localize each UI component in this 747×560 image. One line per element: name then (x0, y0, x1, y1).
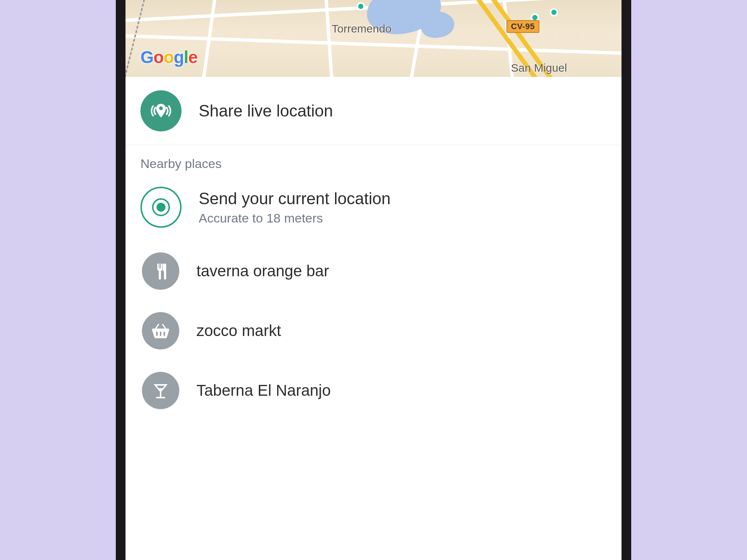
svg-rect-1 (156, 332, 158, 336)
nearby-place-name: zocco markt (196, 321, 609, 340)
send-current-location-title: Send your current location (199, 189, 609, 209)
location-sheet: Share live location Nearby places Send y… (125, 77, 622, 420)
nearby-place-row[interactable]: Taberna El Naranjo (125, 361, 622, 420)
phone-screen: CV-95 Torremendo San Miguel Google (125, 0, 622, 560)
map-preview[interactable]: CV-95 Torremendo San Miguel Google (125, 0, 622, 77)
phone-frame: CV-95 Torremendo San Miguel Google (116, 0, 631, 560)
map-poi-dot (357, 2, 365, 10)
bar-cocktail-icon (142, 372, 179, 409)
road-shield-label: CV-95 (506, 20, 539, 33)
live-location-icon (140, 90, 182, 131)
current-location-icon (140, 187, 182, 228)
svg-point-0 (159, 106, 163, 110)
nearby-places-header: Nearby places (125, 145, 622, 173)
nearby-place-row[interactable]: zocco markt (125, 301, 622, 361)
send-current-location-subtitle: Accurate to 18 meters (199, 211, 609, 225)
restaurant-icon (142, 252, 179, 290)
share-live-location-label: Share live location (199, 101, 609, 121)
nearby-place-name: Taberna El Naranjo (196, 381, 609, 400)
map-place-label: San Miguel (511, 62, 567, 74)
svg-rect-2 (160, 332, 161, 336)
share-live-location-row[interactable]: Share live location (125, 77, 622, 145)
shopping-basket-icon (142, 312, 179, 349)
map-poi-dot (550, 8, 558, 16)
map-place-label: Torremendo (332, 22, 391, 35)
send-current-location-row[interactable]: Send your current location Accurate to 1… (125, 173, 622, 241)
nearby-place-row[interactable]: taverna orange bar (125, 241, 622, 301)
svg-rect-3 (164, 332, 165, 336)
nearby-place-name: taverna orange bar (196, 262, 609, 280)
google-attribution-logo: Google (140, 47, 197, 67)
